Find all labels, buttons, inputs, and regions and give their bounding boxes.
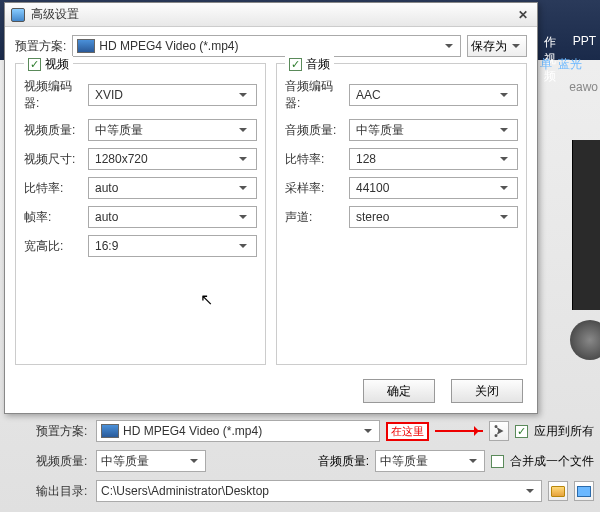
preset-thumb-icon (101, 424, 119, 438)
video-size-label: 视频尺寸: (24, 151, 82, 168)
dialog-titlebar: 高级设置 ✕ (5, 3, 537, 27)
chevron-down-icon (497, 152, 511, 166)
preset-thumb-icon (77, 39, 95, 53)
lower-preset-label: 预置方案: (36, 423, 90, 440)
video-framerate-label: 帧率: (24, 209, 82, 226)
chevron-down-icon (236, 210, 250, 224)
output-dir-label: 输出目录: (36, 483, 90, 500)
video-panel: 视频 视频编码器:XVID 视频质量:中等质量 视频尺寸:1280x720 比特… (15, 63, 266, 365)
lower-settings: 预置方案: HD MPEG4 Video (*.mp4) 在这里 应用到所有 视… (36, 420, 594, 502)
dialog-icon (11, 8, 25, 22)
audio-panel: 音频 音频编码器:AAC 音频质量:中等质量 比特率:128 采样率:44100… (276, 63, 527, 365)
audio-channel-combo[interactable]: stereo (349, 206, 518, 228)
lower-video-quality-label: 视频质量: (36, 453, 90, 470)
audio-samplerate-combo[interactable]: 44100 (349, 177, 518, 199)
preset-value: HD MPEG4 Video (*.mp4) (99, 39, 438, 53)
preset-label: 预置方案: (15, 38, 66, 55)
edit-button[interactable] (489, 421, 509, 441)
apply-all-checkbox[interactable] (515, 425, 528, 438)
brand-fragment: eawo (569, 80, 598, 94)
audio-quality-label: 音频质量: (285, 122, 343, 139)
video-bitrate-combo[interactable]: auto (88, 177, 257, 199)
chevron-down-icon (236, 181, 250, 195)
video-aspect-label: 宽高比: (24, 238, 82, 255)
output-dir-combo[interactable]: C:\Users\Administrator\Desktop (96, 480, 542, 502)
chevron-down-icon (497, 123, 511, 137)
lower-video-quality-combo[interactable]: 中等质量 (96, 450, 206, 472)
video-framerate-combo[interactable]: auto (88, 206, 257, 228)
video-aspect-combo[interactable]: 16:9 (88, 235, 257, 257)
chevron-down-icon (442, 39, 456, 53)
audio-bitrate-combo[interactable]: 128 (349, 148, 518, 170)
chevron-down-icon (187, 454, 201, 468)
chevron-down-icon (509, 39, 523, 53)
audio-samplerate-label: 采样率: (285, 180, 343, 197)
video-size-combo[interactable]: 1280x720 (88, 148, 257, 170)
preview-panel (572, 140, 600, 310)
lower-preset-combo[interactable]: HD MPEG4 Video (*.mp4) (96, 420, 380, 442)
subtab-single[interactable]: 单 (540, 56, 552, 73)
chevron-down-icon (236, 152, 250, 166)
folder-icon (551, 486, 565, 497)
chevron-down-icon (497, 181, 511, 195)
video-bitrate-label: 比特率: (24, 180, 82, 197)
chevron-down-icon (497, 88, 511, 102)
audio-enable-checkbox[interactable] (289, 58, 302, 71)
open-folder-icon (577, 486, 591, 497)
save-as-button[interactable]: 保存为 (467, 35, 527, 57)
advanced-settings-dialog: 高级设置 ✕ 预置方案: HD MPEG4 Video (*.mp4) 保存为 … (4, 2, 538, 414)
audio-codec-combo[interactable]: AAC (349, 84, 518, 106)
video-section-label: 视频 (45, 56, 69, 73)
close-icon[interactable]: ✕ (515, 7, 531, 23)
audio-bitrate-label: 比特率: (285, 151, 343, 168)
lower-audio-quality-combo[interactable]: 中等质量 (375, 450, 485, 472)
scissors-icon (493, 425, 505, 437)
chevron-down-icon (361, 424, 375, 438)
merge-one-label: 合并成一个文件 (510, 453, 594, 470)
ok-button[interactable]: 确定 (363, 379, 435, 403)
dialog-title: 高级设置 (31, 6, 515, 23)
chevron-down-icon (523, 484, 537, 498)
preset-combo[interactable]: HD MPEG4 Video (*.mp4) (72, 35, 461, 57)
callout-arrow-icon (435, 430, 483, 432)
video-codec-combo[interactable]: XVID (88, 84, 257, 106)
chevron-down-icon (497, 210, 511, 224)
audio-section-label: 音频 (306, 56, 330, 73)
video-quality-combo[interactable]: 中等质量 (88, 119, 257, 141)
subtab-bluray[interactable]: 蓝光 (558, 56, 582, 73)
browse-folder-button[interactable] (548, 481, 568, 501)
video-enable-checkbox[interactable] (28, 58, 41, 71)
apply-all-label: 应用到所有 (534, 423, 594, 440)
video-codec-label: 视频编码器: (24, 78, 82, 112)
film-reel-icon (570, 320, 600, 360)
chevron-down-icon (236, 88, 250, 102)
merge-one-checkbox[interactable] (491, 455, 504, 468)
callout-label: 在这里 (386, 422, 429, 441)
audio-channel-label: 声道: (285, 209, 343, 226)
audio-codec-label: 音频编码器: (285, 78, 343, 112)
video-quality-label: 视频质量: (24, 122, 82, 139)
chevron-down-icon (236, 239, 250, 253)
lower-audio-quality-label: 音频质量: (318, 453, 369, 470)
chevron-down-icon (236, 123, 250, 137)
close-button[interactable]: 关闭 (451, 379, 523, 403)
chevron-down-icon (466, 454, 480, 468)
open-folder-button[interactable] (574, 481, 594, 501)
audio-quality-combo[interactable]: 中等质量 (349, 119, 518, 141)
